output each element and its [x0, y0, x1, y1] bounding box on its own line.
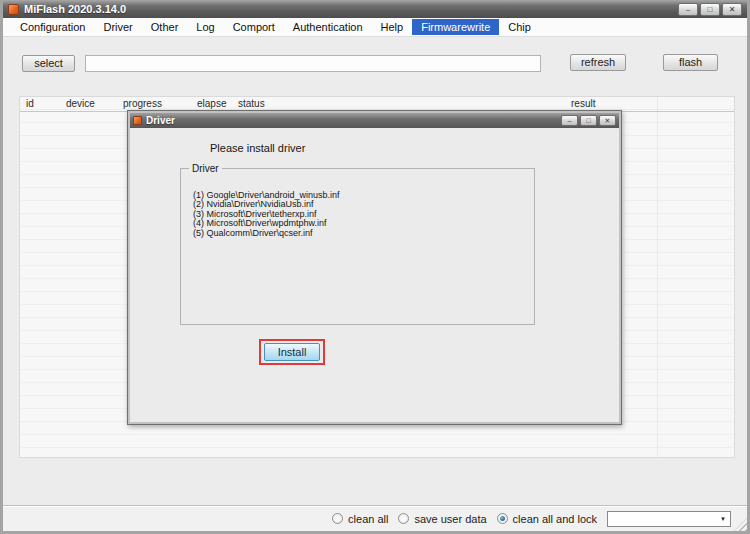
menu-item-other[interactable]: Other	[142, 19, 188, 35]
install-driver-message: Please install driver	[210, 142, 305, 154]
dialog-close-button[interactable]: ✕	[599, 115, 616, 126]
clean-all-and-lock-radio[interactable]	[497, 513, 508, 524]
install-button[interactable]: Install	[264, 343, 320, 361]
dialog-titlebar: Driver – □ ✕	[130, 113, 619, 128]
firmware-path-input[interactable]	[85, 55, 541, 72]
dialog-title: Driver	[146, 115, 175, 126]
statusbar: clean all save user data clean all and l…	[3, 505, 747, 531]
select-button[interactable]: select	[22, 55, 75, 72]
driver-dialog: Driver – □ ✕ Please install driver Drive…	[127, 110, 622, 425]
column-header-elapse[interactable]: elapse	[197, 98, 226, 109]
menu-item-log[interactable]: Log	[187, 19, 223, 35]
menu-item-chip[interactable]: Chip	[499, 19, 540, 35]
app-icon	[8, 4, 19, 15]
menu-item-firmwarewrite[interactable]: Firmwarewrite	[412, 19, 499, 35]
driver-list: (1) Google\Driver\android_winusb.inf (2)…	[193, 191, 340, 238]
save-user-data-radio[interactable]	[398, 513, 409, 524]
column-header-device[interactable]: device	[66, 98, 95, 109]
refresh-button[interactable]: refresh	[570, 54, 626, 71]
menu-item-help[interactable]: Help	[372, 19, 413, 35]
install-button-highlight: Install	[259, 339, 325, 365]
chevron-down-icon: ▼	[720, 516, 730, 522]
flash-option-dropdown[interactable]: ▼	[607, 511, 731, 527]
table-column-divider	[657, 97, 658, 457]
dialog-minimize-button[interactable]: –	[561, 115, 578, 126]
client-area: select refresh flash id device progress …	[3, 37, 747, 505]
flash-button[interactable]: flash	[663, 54, 718, 71]
close-button[interactable]: ✕	[722, 3, 742, 16]
column-header-result[interactable]: result	[571, 98, 595, 109]
titlebar: MiFlash 2020.3.14.0 – □ ✕	[3, 0, 747, 18]
driver-item: (5) Qualcomm\Driver\qcser.inf	[193, 229, 340, 238]
dialog-body: Please install driver Driver (1) Google\…	[130, 128, 619, 422]
dialog-maximize-button[interactable]: □	[580, 115, 597, 126]
minimize-button[interactable]: –	[678, 3, 698, 16]
clean-all-and-lock-label[interactable]: clean all and lock	[513, 513, 597, 525]
menu-item-comport[interactable]: Comport	[224, 19, 284, 35]
driver-groupbox: Driver (1) Google\Driver\android_winusb.…	[180, 168, 535, 325]
column-header-progress[interactable]: progress	[123, 98, 162, 109]
driver-groupbox-label: Driver	[189, 163, 222, 174]
menubar: Configuration Driver Other Log Comport A…	[3, 18, 747, 37]
menu-item-driver[interactable]: Driver	[94, 19, 141, 35]
column-header-id[interactable]: id	[26, 98, 34, 109]
clean-all-radio[interactable]	[332, 513, 343, 524]
maximize-button[interactable]: □	[700, 3, 720, 16]
save-user-data-label[interactable]: save user data	[414, 513, 486, 525]
dialog-app-icon	[133, 116, 142, 125]
dialog-window-controls: – □ ✕	[561, 115, 616, 126]
menu-item-configuration[interactable]: Configuration	[11, 19, 94, 35]
menu-item-authentication[interactable]: Authentication	[284, 19, 372, 35]
column-header-status[interactable]: status	[238, 98, 265, 109]
window-title: MiFlash 2020.3.14.0	[24, 3, 126, 15]
clean-all-label[interactable]: clean all	[348, 513, 388, 525]
miflash-window: MiFlash 2020.3.14.0 – □ ✕ Configuration …	[0, 0, 750, 534]
window-controls: – □ ✕	[678, 3, 742, 16]
